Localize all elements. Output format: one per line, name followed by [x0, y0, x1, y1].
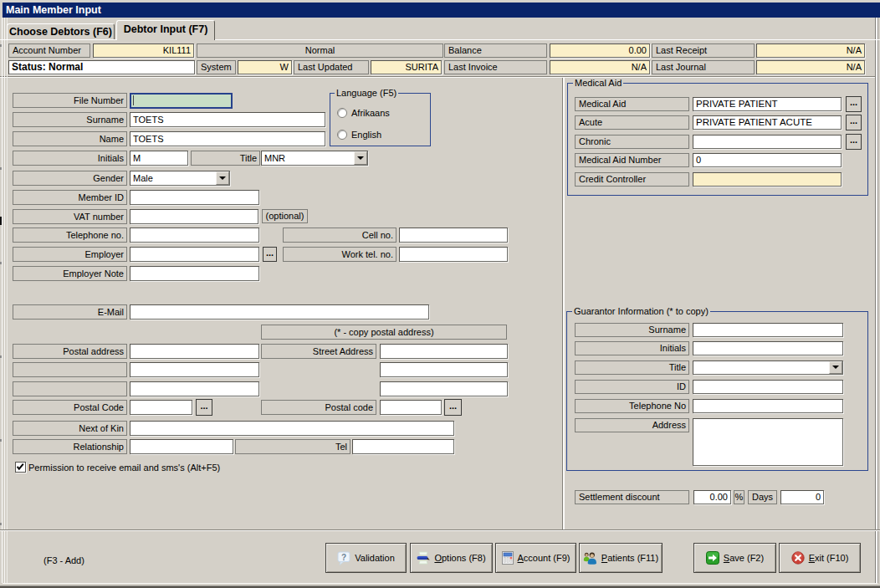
svg-text:?: ?	[341, 552, 346, 561]
